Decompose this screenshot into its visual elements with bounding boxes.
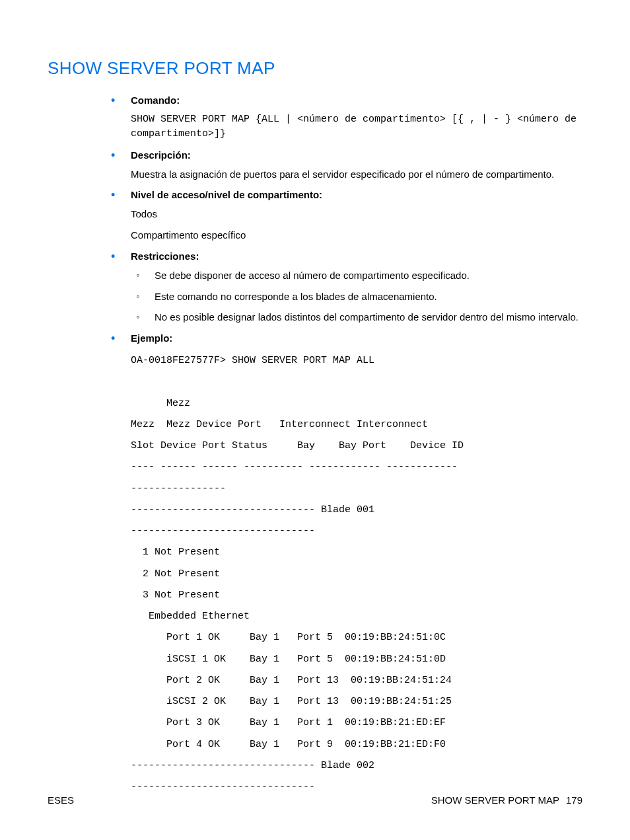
ejemplo-text: OA-0018FE27577F> SHOW SERVER PORT MAP AL… [131,350,582,798]
footer-right-label: SHOW SERVER PORT MAP [431,794,559,806]
section-list: Comando: SHOW SERVER PORT MAP {ALL | <nú… [107,95,582,798]
restriccion-item: Este comando no corresponde a los blades… [131,289,582,304]
section-comando: Comando: SHOW SERVER PORT MAP {ALL | <nú… [107,95,582,141]
nivel-line1: Todos [131,207,582,221]
section-descripcion: Descripción: Muestra la asignación de pu… [107,149,582,182]
section-restricciones: Restricciones: Se debe disponer de acces… [107,250,582,325]
page-footer: ESES SHOW SERVER PORT MAP179 [48,794,582,806]
comando-label: Comando: [131,95,582,106]
descripcion-text: Muestra la asignación de puertos para el… [131,167,582,182]
footer-right: SHOW SERVER PORT MAP179 [431,794,582,806]
restricciones-list: Se debe disponer de acceso al número de … [131,268,582,325]
section-nivel: Nivel de acceso/nivel de compartimento: … [107,189,582,243]
nivel-line2: Compartimento específico [131,228,582,243]
page-title: SHOW SERVER PORT MAP [48,58,582,79]
ejemplo-label: Ejemplo: [131,332,582,344]
footer-left: ESES [48,794,74,806]
descripcion-label: Descripción: [131,149,582,161]
footer-page-number: 179 [566,794,582,806]
restriccion-item: Se debe disponer de acceso al número de … [131,268,582,283]
comando-text: SHOW SERVER PORT MAP {ALL | <número de c… [131,112,582,141]
restricciones-label: Restricciones: [131,250,582,262]
nivel-label: Nivel de acceso/nivel de compartimento: [131,189,582,200]
restriccion-item: No es posible designar lados distintos d… [131,310,582,325]
section-ejemplo: Ejemplo: OA-0018FE27577F> SHOW SERVER PO… [107,332,582,798]
